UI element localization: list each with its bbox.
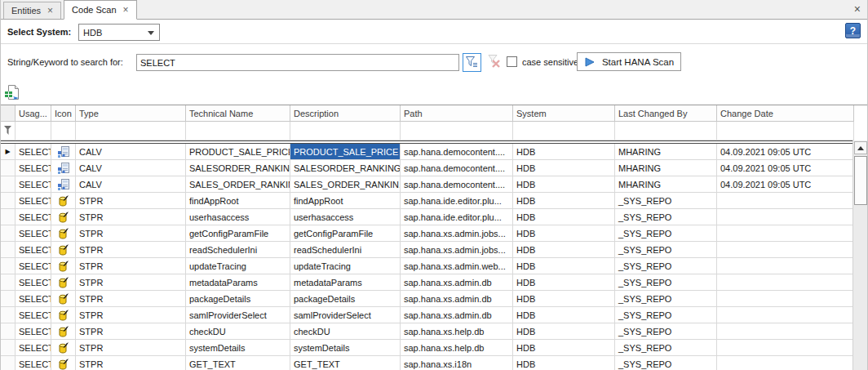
- cell-last-changed-by[interactable]: MHARING: [615, 144, 717, 160]
- cell-type[interactable]: STPR: [76, 193, 186, 209]
- cell-system[interactable]: HDB: [513, 323, 615, 340]
- cell-usage[interactable]: SELECT: [16, 291, 51, 307]
- cell-type[interactable]: STPR: [76, 323, 186, 340]
- tab-code-scan[interactable]: Code Scan ×: [64, 0, 136, 20]
- column-header-path[interactable]: Path: [401, 105, 513, 122]
- help-button[interactable]: ?: [845, 23, 861, 38]
- cell-change-date[interactable]: [717, 323, 854, 340]
- cell-description[interactable]: systemDetails: [290, 340, 401, 356]
- row-header-cell[interactable]: [1, 356, 16, 370]
- cell-icon[interactable]: [51, 176, 76, 193]
- cell-technical-name[interactable]: SALESORDER_RANKING...: [186, 160, 290, 176]
- cell-technical-name[interactable]: samlProviderSelect: [186, 307, 290, 323]
- row-header-cell[interactable]: [1, 258, 16, 274]
- cell-change-date[interactable]: 04.09.2021 09:05 UTC: [717, 176, 854, 193]
- cell-icon[interactable]: [51, 144, 76, 160]
- cell-type[interactable]: CALV: [76, 144, 186, 160]
- cell-icon[interactable]: [51, 258, 76, 274]
- cell-last-changed-by[interactable]: _SYS_REPO: [615, 258, 717, 274]
- cell-usage[interactable]: SELECT: [16, 209, 51, 225]
- table-row[interactable]: SELECT STPR systemDetails systemDetails …: [1, 340, 867, 356]
- cell-type[interactable]: CALV: [76, 176, 186, 193]
- cell-usage[interactable]: SELECT: [16, 176, 51, 193]
- tab-close-icon[interactable]: ×: [123, 6, 129, 14]
- cell-description[interactable]: samlProviderSelect: [290, 307, 401, 323]
- cell-technical-name[interactable]: checkDU: [186, 323, 290, 340]
- row-header-cell[interactable]: ▶: [1, 144, 16, 160]
- cell-description[interactable]: SALESORDER_RANKING...: [290, 160, 401, 176]
- cell-usage[interactable]: SELECT: [16, 258, 51, 274]
- close-icon[interactable]: ×: [854, 3, 861, 15]
- row-header-cell[interactable]: [1, 209, 16, 225]
- cell-description[interactable]: metadataParams: [290, 274, 401, 291]
- row-header-cell[interactable]: [1, 225, 16, 242]
- cell-change-date[interactable]: [717, 193, 854, 209]
- cell-icon[interactable]: [51, 307, 76, 323]
- column-header-last-changed-by[interactable]: Last Changed By: [615, 105, 717, 122]
- cell-icon[interactable]: [51, 356, 76, 370]
- cell-last-changed-by[interactable]: MHARING: [615, 160, 717, 176]
- column-header-technical-name[interactable]: Technical Name: [186, 105, 290, 122]
- cell-type[interactable]: CALV: [76, 160, 186, 176]
- cell-usage[interactable]: SELECT: [16, 307, 51, 323]
- filter-cell-icon[interactable]: [51, 122, 76, 140]
- cell-type[interactable]: STPR: [76, 258, 186, 274]
- cell-change-date[interactable]: [717, 274, 854, 291]
- filter-cell-system[interactable]: [513, 122, 615, 140]
- cell-last-changed-by[interactable]: _SYS_REPO: [615, 193, 717, 209]
- cell-technical-name[interactable]: GET_TEXT: [186, 356, 290, 370]
- cell-path[interactable]: sap.hana.democontent....: [401, 176, 513, 193]
- column-header-change-date[interactable]: Change Date: [717, 105, 854, 122]
- cell-usage[interactable]: SELECT: [16, 340, 51, 356]
- row-header-cell[interactable]: [1, 176, 16, 193]
- cell-type[interactable]: STPR: [76, 225, 186, 242]
- start-hana-scan-button[interactable]: Start HANA Scan: [577, 52, 681, 71]
- cell-path[interactable]: sap.hana.xs.admin.jobs...: [401, 242, 513, 258]
- cell-usage[interactable]: SELECT: [16, 356, 51, 370]
- cell-path[interactable]: sap.hana.democontent....: [401, 144, 513, 160]
- row-header-cell[interactable]: [1, 291, 16, 307]
- table-row[interactable]: SELECT STPR samlProviderSelect samlProvi…: [1, 307, 867, 323]
- cell-icon[interactable]: [51, 225, 76, 242]
- cell-description[interactable]: updateTracing: [290, 258, 401, 274]
- cell-change-date[interactable]: 04.09.2021 09:05 UTC: [717, 144, 854, 160]
- cell-last-changed-by[interactable]: _SYS_REPO: [615, 242, 717, 258]
- row-header-cell[interactable]: [1, 160, 16, 176]
- table-row[interactable]: SELECT STPR getConfigParamFile getConfig…: [1, 225, 867, 242]
- table-row[interactable]: SELECT CALV SALESORDER_RANKING... SALESO…: [1, 160, 867, 176]
- table-row[interactable]: SELECT CALV SALES_ORDER_RANKIN... SALES_…: [1, 176, 867, 193]
- tab-entities[interactable]: Entities ×: [3, 2, 61, 19]
- cell-system[interactable]: HDB: [513, 258, 615, 274]
- cell-usage[interactable]: SELECT: [16, 225, 51, 242]
- cell-last-changed-by[interactable]: _SYS_REPO: [615, 225, 717, 242]
- cell-description[interactable]: SALES_ORDER_RANKIN...: [290, 176, 401, 193]
- cell-description[interactable]: packageDetails: [290, 291, 401, 307]
- vertical-scrollbar[interactable]: [852, 140, 867, 370]
- cell-type[interactable]: STPR: [76, 307, 186, 323]
- row-header-cell[interactable]: [1, 323, 16, 340]
- cell-usage[interactable]: SELECT: [16, 144, 51, 160]
- cell-system[interactable]: HDB: [513, 291, 615, 307]
- cell-usage[interactable]: SELECT: [16, 242, 51, 258]
- row-header-cell[interactable]: [1, 340, 16, 356]
- cell-system[interactable]: HDB: [513, 242, 615, 258]
- cell-usage[interactable]: SELECT: [16, 160, 51, 176]
- cell-change-date[interactable]: [717, 291, 854, 307]
- cell-system[interactable]: HDB: [513, 144, 615, 160]
- cell-system[interactable]: HDB: [513, 307, 615, 323]
- cell-system[interactable]: HDB: [513, 356, 615, 370]
- cell-path[interactable]: sap.hana.xs.admin.web...: [401, 258, 513, 274]
- filter-cell-path[interactable]: [401, 122, 513, 140]
- cell-path[interactable]: sap.hana.ide.editor.plu...: [401, 209, 513, 225]
- filter-cell-type[interactable]: [76, 122, 186, 140]
- cell-path[interactable]: sap.hana.ide.editor.plu...: [401, 193, 513, 209]
- cell-change-date[interactable]: 04.09.2021 09:05 UTC: [717, 160, 854, 176]
- cell-path[interactable]: sap.hana.xs.help.db: [401, 323, 513, 340]
- cell-icon[interactable]: [51, 160, 76, 176]
- row-header-cell[interactable]: [1, 193, 16, 209]
- cell-last-changed-by[interactable]: _SYS_REPO: [615, 291, 717, 307]
- cell-description[interactable]: GET_TEXT: [290, 356, 401, 370]
- filter-cell-usage[interactable]: [16, 122, 51, 140]
- cell-usage[interactable]: SELECT: [16, 274, 51, 291]
- cell-description[interactable]: userhasaccess: [290, 209, 401, 225]
